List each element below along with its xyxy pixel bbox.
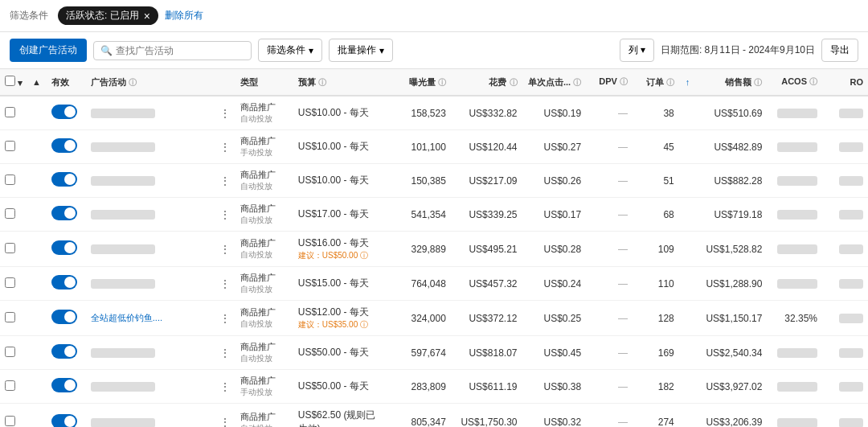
sales-cell: US$2,540.34 [695,336,768,370]
row-checkbox-cell[interactable] [0,301,27,336]
row-checkbox-cell[interactable] [0,370,27,404]
clear-all-button[interactable]: 删除所有 [165,9,203,23]
campaign-type: 商品推广 [240,237,289,249]
active-toggle[interactable] [51,344,77,359]
suggestion-info-icon[interactable]: ⓘ [360,251,368,260]
row-checkbox[interactable] [5,208,15,219]
search-input[interactable] [116,45,244,56]
row-checkbox-cell[interactable] [0,336,27,370]
acos-info-icon[interactable]: ⓘ [809,77,817,86]
sort-spacer-cell [679,198,695,232]
more-options-icon[interactable]: ⋮ [219,312,231,325]
active-toggle[interactable] [51,172,77,187]
row-checkbox[interactable] [5,277,15,288]
row-checkbox-cell[interactable] [0,198,27,232]
dpv-cell: — [586,267,633,301]
row-checkbox[interactable] [5,312,15,322]
row-checkbox[interactable] [5,380,15,391]
select-all-checkbox[interactable] [5,76,15,86]
more-options-cell[interactable]: ⋮ [215,301,235,336]
more-options-cell[interactable]: ⋮ [215,267,235,301]
active-toggle-cell[interactable] [47,164,86,198]
active-filter-tag[interactable]: 活跃状态: 已启用 × [58,6,158,25]
orders-info-icon[interactable]: ⓘ [666,78,674,87]
active-toggle[interactable] [51,105,77,119]
active-toggle-cell[interactable] [47,198,86,232]
acos-cell: 32.35% [767,301,822,336]
more-options-cell[interactable]: ⋮ [215,232,235,267]
column-button[interactable]: 列 ▾ [620,39,654,62]
roas-cell [822,130,868,164]
row-checkbox[interactable] [5,141,15,151]
active-toggle-cell[interactable] [47,370,86,404]
more-options-icon[interactable]: ⋮ [219,174,231,187]
more-options-icon[interactable]: ⋮ [219,416,231,427]
more-options-cell[interactable]: ⋮ [215,370,235,404]
spend-info-icon[interactable]: ⓘ [510,78,518,87]
row-checkbox[interactable] [5,347,15,357]
name-cell [86,336,215,370]
chevron-down-icon-4[interactable]: ▾ [18,78,23,88]
sort-header[interactable]: ↑ [679,69,695,96]
more-options-icon[interactable]: ⋮ [219,243,231,256]
row-checkbox-cell[interactable] [0,404,27,428]
row-checkbox[interactable] [5,174,15,185]
more-options-icon[interactable]: ⋮ [219,208,231,221]
sales-info-icon[interactable]: ⓘ [754,78,762,87]
row-checkbox-cell[interactable] [0,96,27,130]
active-toggle-cell[interactable] [47,336,86,370]
bulk-action-button[interactable]: 批量操作 ▾ [329,39,393,62]
dpv-info-icon[interactable]: ⓘ [620,77,628,86]
active-toggle[interactable] [51,240,77,255]
remove-filter-icon[interactable]: × [144,10,150,22]
blurred-acos [777,142,817,152]
campaign-type: 商品推广 [240,101,289,113]
active-toggle-cell[interactable] [47,267,86,301]
more-options-cell[interactable]: ⋮ [215,164,235,198]
sort-spacer-cell [679,232,695,267]
row-checkbox-cell[interactable] [0,267,27,301]
suggestion-info-icon[interactable]: ⓘ [360,320,368,329]
row-checkbox-cell[interactable] [0,130,27,164]
active-toggle-cell[interactable] [47,301,86,336]
campaign-name: 全站超低价钓鱼.... [91,312,210,324]
active-toggle[interactable] [51,310,77,324]
active-toggle-cell[interactable] [47,232,86,267]
more-options-icon[interactable]: ⋮ [219,107,231,120]
more-options-cell[interactable]: ⋮ [215,130,235,164]
row-checkbox[interactable] [5,416,15,426]
more-options-cell[interactable]: ⋮ [215,198,235,232]
budget-info-icon[interactable]: ⓘ [318,78,326,87]
active-toggle[interactable] [51,206,77,220]
more-header [215,69,235,96]
create-campaign-button[interactable]: 创建广告活动 [10,39,87,62]
row-checkbox-cell[interactable] [0,164,27,198]
active-toggle-cell[interactable] [47,96,86,130]
orders-cell: 110 [633,267,679,301]
filter-dropdown-button[interactable]: 筛选条件 ▾ [258,39,322,62]
budget-value: US$10.00 - 每天 [298,106,377,120]
row-checkbox[interactable] [5,107,15,117]
more-options-cell[interactable]: ⋮ [215,336,235,370]
more-options-icon[interactable]: ⋮ [219,347,231,359]
cpc-info-icon[interactable]: ⓘ [573,78,581,87]
campaign-name-link[interactable]: 全站超低价钓鱼.... [91,313,162,322]
more-options-icon[interactable]: ⋮ [219,380,231,393]
active-toggle-cell[interactable] [47,130,86,164]
active-toggle[interactable] [51,138,77,153]
row-checkbox-cell[interactable] [0,232,27,267]
active-toggle[interactable] [51,275,77,289]
active-toggle-cell[interactable] [47,404,86,428]
row-checkbox[interactable] [5,243,15,253]
more-options-icon[interactable]: ⋮ [219,277,231,290]
name-info-icon[interactable]: ⓘ [129,78,137,87]
active-toggle[interactable] [51,378,77,392]
export-button[interactable]: 导出 [821,39,858,62]
active-toggle[interactable] [51,414,77,428]
more-options-icon[interactable]: ⋮ [219,141,231,154]
more-options-cell[interactable]: ⋮ [215,96,235,130]
impressions-info-icon[interactable]: ⓘ [438,78,446,87]
impressions-cell: 764,048 [382,267,451,301]
more-options-cell[interactable]: ⋮ [215,404,235,428]
select-all-header[interactable]: ▾ [0,69,27,96]
